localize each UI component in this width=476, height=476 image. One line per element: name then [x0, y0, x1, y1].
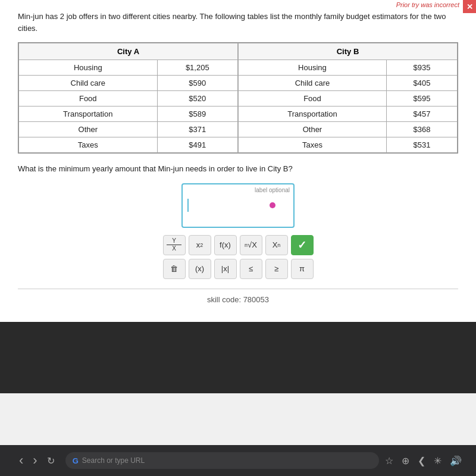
bottom-nav: ‹ › ↻ G Search or type URL ☆ ⊕ ❮ ✳ 🔊: [0, 450, 476, 471]
back-button[interactable]: ‹: [14, 450, 28, 471]
less-equal-button[interactable]: ≤: [240, 259, 262, 279]
table-row: Child care$590: [19, 76, 238, 91]
table-row: Housing$1,205: [19, 60, 238, 76]
divider: [18, 289, 458, 289]
city-a-header: City A: [19, 43, 238, 60]
nth-root-button[interactable]: n√X: [240, 235, 262, 255]
check-button[interactable]: ✓: [291, 235, 314, 255]
main-content: Prior try was incorrect ✕ Min-jun has 2 …: [0, 0, 476, 322]
amount-cell: $520: [157, 91, 237, 107]
amount-cell: $368: [386, 122, 457, 137]
city-b-header: City B: [239, 43, 458, 60]
text-cursor: [187, 199, 189, 212]
x-squared-button[interactable]: x2: [189, 235, 211, 255]
answer-input-box[interactable]: label optional: [181, 183, 295, 228]
parentheses-button[interactable]: (x): [189, 259, 211, 279]
search-placeholder: Search or type URL: [82, 456, 145, 465]
google-g-icon: G: [73, 456, 79, 465]
nav-icons: ☆ ⊕ ❮ ✳ 🔊: [385, 455, 462, 466]
category-cell: Transportation: [239, 107, 387, 122]
amount-cell: $371: [157, 122, 237, 137]
amount-cell: $589: [157, 107, 237, 122]
amount-cell: $595: [386, 91, 457, 107]
incorrect-notice: Prior try was incorrect: [393, 0, 463, 10]
category-cell: Child care: [239, 76, 387, 91]
chevron-icon[interactable]: ❮: [418, 455, 425, 466]
table-row: Food$595: [239, 91, 458, 107]
city-a-table: City A Housing$1,205Child care$590Food$5…: [18, 43, 238, 153]
reload-button[interactable]: ↻: [42, 453, 60, 469]
intro-text: Min-jun has 2 job offers in two differen…: [18, 11, 458, 34]
settings-icon[interactable]: ✳: [434, 455, 441, 466]
amount-cell: $590: [157, 76, 237, 91]
star-icon[interactable]: ☆: [385, 455, 393, 466]
pi-button[interactable]: π: [291, 259, 314, 279]
volume-icon[interactable]: 🔊: [450, 455, 462, 466]
table-row: Other$368: [239, 122, 458, 137]
category-cell: Housing: [239, 60, 387, 76]
amount-cell: $405: [386, 76, 457, 91]
function-button[interactable]: f(x): [214, 235, 237, 255]
fraction-button[interactable]: Y X: [163, 235, 186, 255]
amount-cell: $935: [386, 60, 457, 76]
table-row: Taxes$491: [19, 137, 238, 153]
category-cell: Transportation: [19, 107, 158, 122]
category-cell: Housing: [19, 60, 158, 76]
amount-cell: $457: [386, 107, 457, 122]
question-text: What is the minimum yearly amount that M…: [18, 163, 458, 175]
category-cell: Taxes: [239, 137, 387, 153]
table-row: Food$520: [19, 91, 238, 107]
category-cell: Taxes: [19, 137, 158, 153]
answer-label: label optional: [255, 187, 290, 193]
absolute-value-button[interactable]: |x|: [214, 259, 237, 279]
toolbar-row-2: 🗑 (x) |x| ≤ ≥ π: [163, 259, 314, 279]
table-row: Transportation$457: [239, 107, 458, 122]
category-cell: Other: [19, 122, 158, 137]
category-cell: Child care: [19, 76, 158, 91]
answer-area: label optional Y X x2 f(x) n√X Xn ✓: [18, 183, 458, 279]
toolbar-row-1: Y X x2 f(x) n√X Xn ✓: [163, 235, 314, 255]
amount-cell: $531: [386, 137, 457, 153]
math-toolbar: Y X x2 f(x) n√X Xn ✓ 🗑 (x) |x| ≤ ≥ π: [163, 235, 314, 279]
subscript-button[interactable]: Xn: [265, 235, 288, 255]
search-bar[interactable]: G Search or type URL: [65, 452, 379, 469]
table-row: Housing$935: [239, 60, 458, 76]
category-cell: Food: [239, 91, 387, 107]
budget-tables: City A Housing$1,205Child care$590Food$5…: [18, 42, 458, 154]
trash-button[interactable]: 🗑: [163, 259, 186, 279]
city-b-table: City B Housing$935Child care$405Food$595…: [238, 43, 458, 153]
bottom-bar: ‹ › ↻ G Search or type URL ☆ ⊕ ❮ ✳ 🔊: [0, 445, 476, 476]
dark-area: [0, 322, 476, 393]
skill-code: skill code: 780053: [18, 295, 458, 304]
input-dot: [270, 202, 275, 208]
table-row: Other$371: [19, 122, 238, 137]
close-button[interactable]: ✕: [463, 0, 476, 13]
category-cell: Food: [19, 91, 158, 107]
table-row: Transportation$589: [19, 107, 238, 122]
category-cell: Other: [239, 122, 387, 137]
amount-cell: $491: [157, 137, 237, 153]
forward-button[interactable]: ›: [28, 450, 42, 471]
table-row: Taxes$531: [239, 137, 458, 153]
plus-icon[interactable]: ⊕: [402, 455, 409, 466]
table-row: Child care$405: [239, 76, 458, 91]
greater-equal-button[interactable]: ≥: [265, 259, 288, 279]
amount-cell: $1,205: [157, 60, 237, 76]
